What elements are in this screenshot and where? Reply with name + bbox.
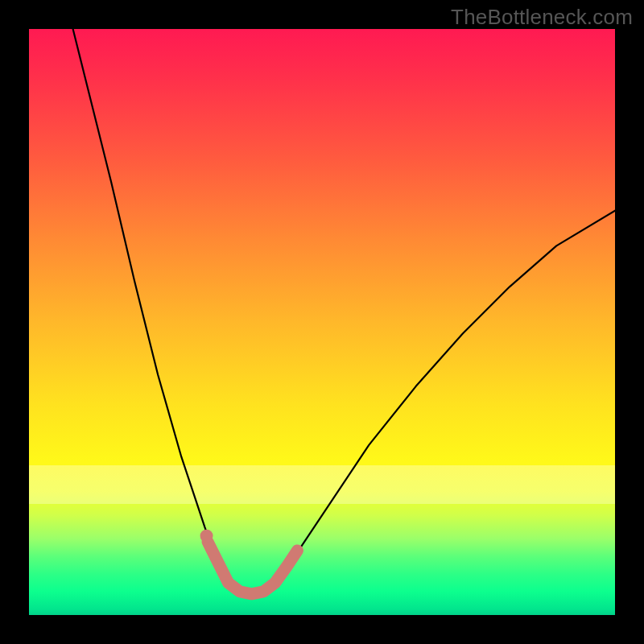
plot-area [29,29,615,615]
v-curve [73,29,615,594]
highlight-dot [200,530,213,543]
watermark-text: TheBottleneck.com [451,5,633,30]
curve-svg [29,29,615,615]
stage: TheBottleneck.com [0,0,644,644]
highlight-curve [208,542,297,594]
